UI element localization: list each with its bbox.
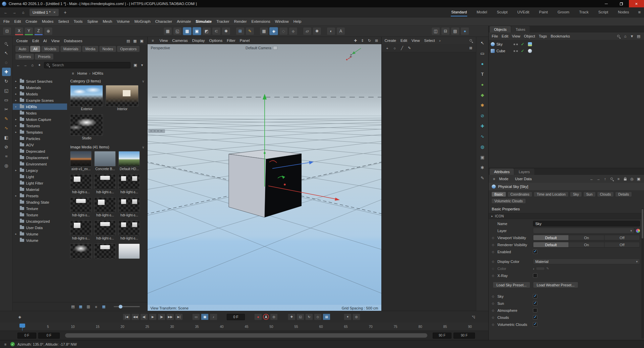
viewport-3d[interactable]: Perspective Default Camera Z View Transf… — [148, 44, 381, 311]
tab-layers[interactable]: Layers — [514, 168, 534, 175]
circle-icon[interactable]: ○ — [392, 46, 397, 51]
layout-tab-track[interactable]: Track — [579, 8, 589, 16]
target-tool-icon[interactable]: ◎ — [2, 161, 11, 170]
menu-mesh[interactable]: Mesh — [103, 19, 112, 23]
knife-tool-icon[interactable]: ✂ — [2, 105, 11, 114]
record-rotation-toggle[interactable]: ↻ — [305, 314, 313, 320]
next-key-button[interactable]: ▶▶ — [166, 314, 174, 320]
add-cube-button[interactable]: ⊞ — [236, 27, 245, 35]
sun-checkbox[interactable] — [533, 301, 537, 305]
simulate-sphere-button[interactable]: ● — [461, 27, 469, 35]
workplane-button[interactable]: ▱ — [303, 27, 312, 35]
axis-x-button[interactable]: X — [15, 27, 23, 35]
menu-volume[interactable]: Volume — [117, 19, 129, 23]
list-icon[interactable]: ▤ — [636, 33, 641, 39]
layout-tab-paint[interactable]: Paint — [539, 8, 548, 16]
tab-attributes[interactable]: Attributes — [490, 168, 514, 175]
pen-tool-icon[interactable]: ✎ — [2, 115, 11, 123]
menu-window[interactable]: Window — [275, 19, 289, 23]
record-keyframe-button[interactable]: ● — [254, 314, 262, 320]
tab-takes[interactable]: Takes — [511, 26, 530, 32]
expand-arrow-icon[interactable]: ▸ — [15, 105, 18, 108]
filter-chip-scenes[interactable]: Scenes — [15, 54, 34, 60]
enabled-check-icon[interactable]: ✓ — [521, 49, 524, 53]
asset-thumbnail-hdr-light-s[interactable]: hdr-light-s... — [70, 197, 92, 217]
lock-icon[interactable] — [623, 176, 628, 182]
tree-item-textures[interactable]: ▸Textures — [13, 123, 67, 129]
menu-mograph[interactable]: MoGraph — [135, 19, 151, 23]
orbit-icon[interactable]: ↻ — [367, 38, 372, 43]
expand-timeline-icon[interactable]: ◹ — [471, 314, 476, 320]
asset-thumbnail-hdr-light-s[interactable]: hdr-light-s... — [70, 220, 92, 240]
tree-item-legacy[interactable]: ▸Legacy — [13, 167, 67, 173]
new-document-button[interactable]: + — [62, 10, 68, 15]
layout-tab-model[interactable]: Model — [476, 8, 487, 16]
green-sphere-icon[interactable]: ● — [478, 80, 487, 89]
renderer-visibility-option-default[interactable]: Default — [533, 242, 569, 247]
tree-item-materials[interactable]: ▸Materials — [13, 84, 67, 91]
anim-diamond-icon[interactable]: ◇ — [491, 236, 495, 239]
filter-chip-all[interactable]: All — [30, 46, 40, 52]
tree-item-models[interactable]: ▸Models — [13, 91, 67, 97]
status-menu-icon[interactable]: ≡ — [3, 342, 8, 347]
asset-thumbnail-item[interactable] — [118, 243, 140, 264]
tree-item-hdris[interactable]: ▸HDRIs — [13, 103, 67, 110]
tree-item-uncategorized[interactable]: Uncategorized — [13, 218, 67, 224]
gear-sphere-icon[interactable]: ✱ — [478, 101, 487, 110]
layout-tab-uvedit[interactable]: UVEdit — [517, 8, 530, 16]
filter-chip-operators[interactable]: Operators — [117, 46, 140, 52]
menu-tracker[interactable]: Tracker — [216, 19, 229, 23]
axis-z-button[interactable]: Z — [34, 27, 43, 35]
viewport-visibility-option-default[interactable]: Default — [533, 235, 569, 240]
timeline-key-icon[interactable]: ◈ — [17, 314, 22, 320]
viewport-menu-panel[interactable]: Panel — [240, 39, 250, 43]
visibility-dots[interactable] — [514, 44, 518, 45]
object-menu-object[interactable]: Object — [524, 34, 535, 38]
asset-thumbnail-hdr-light-s[interactable]: hdr-light-s... — [94, 220, 116, 240]
pin-icon[interactable]: ◎ — [630, 176, 634, 182]
record-scale-toggle[interactable]: ◱ — [297, 314, 304, 320]
object-row-sky[interactable]: Sky✓ — [489, 41, 644, 48]
render-settings-button[interactable]: ▩ — [183, 27, 192, 35]
breadcrumb-menu-icon[interactable]: ≡ — [70, 71, 75, 76]
visibility-dots[interactable] — [514, 50, 518, 52]
attr-tab-basic[interactable]: Basic — [491, 192, 506, 197]
world-axis-button[interactable]: ⊕ — [44, 27, 53, 35]
layout-tab-groom[interactable]: Groom — [557, 8, 570, 16]
menu-icon[interactable]: ≡ — [616, 176, 621, 182]
3d-scene[interactable] — [148, 44, 381, 311]
expand-arrow-icon[interactable]: ▸ — [15, 169, 18, 172]
move-tool-icon[interactable]: ✚ — [2, 68, 11, 76]
expand-arrow-icon[interactable]: ▸ — [15, 232, 18, 235]
viewport-panel-menu-icon[interactable]: ≡ — [150, 38, 155, 43]
scale-tool-icon[interactable]: ◱ — [2, 86, 11, 95]
layout-tab-nodes[interactable]: Nodes — [618, 8, 629, 16]
anim-diamond-icon[interactable]: ◇ — [491, 267, 495, 270]
menu-animate[interactable]: Animate — [177, 19, 191, 23]
scrollbar-thumb[interactable] — [642, 209, 643, 238]
layout-window-2[interactable]: ⊟ — [441, 27, 450, 35]
tree-item-shading-state[interactable]: Shading State — [13, 199, 67, 205]
dock-grid-icon[interactable]: ▦ — [132, 38, 137, 44]
polygon-object-icon[interactable]: ◆ — [478, 91, 487, 99]
magnet-button[interactable]: ⊂ — [212, 27, 221, 35]
object-name[interactable]: Cube — [496, 49, 512, 53]
object-row-cube[interactable]: Cube✓ — [489, 48, 644, 54]
range-end-field[interactable]: 90 F — [433, 333, 451, 339]
section-header-image-media-41-items[interactable]: Image Media (41 Items)∨ — [70, 143, 144, 151]
disc-icon[interactable]: ⊘ — [478, 112, 487, 120]
anim-diamond-icon[interactable]: ◇ — [491, 250, 495, 254]
tree-item-texture[interactable]: Texture — [13, 212, 67, 218]
renderer-visibility-option-on[interactable]: On — [569, 242, 604, 247]
delete-icon[interactable]: ⊠ — [468, 46, 473, 51]
next-frame-button[interactable]: |▶ — [158, 314, 165, 320]
sky-checkbox[interactable] — [533, 294, 537, 298]
attr-tab-volumetric-clouds[interactable]: Volumetric Clouds — [491, 198, 526, 204]
tree-item-light-filter[interactable]: Light Filter — [13, 180, 67, 186]
expand-arrow-icon[interactable]: ▸ — [15, 194, 18, 197]
workplane-settings-button[interactable]: ✱ — [313, 27, 321, 35]
record-position-toggle[interactable]: ✚ — [288, 314, 296, 320]
attributes-scrollbar[interactable] — [641, 208, 644, 339]
menu-select[interactable]: Select — [58, 19, 69, 23]
asset-thumbnail-studio[interactable]: Studio — [70, 114, 103, 140]
